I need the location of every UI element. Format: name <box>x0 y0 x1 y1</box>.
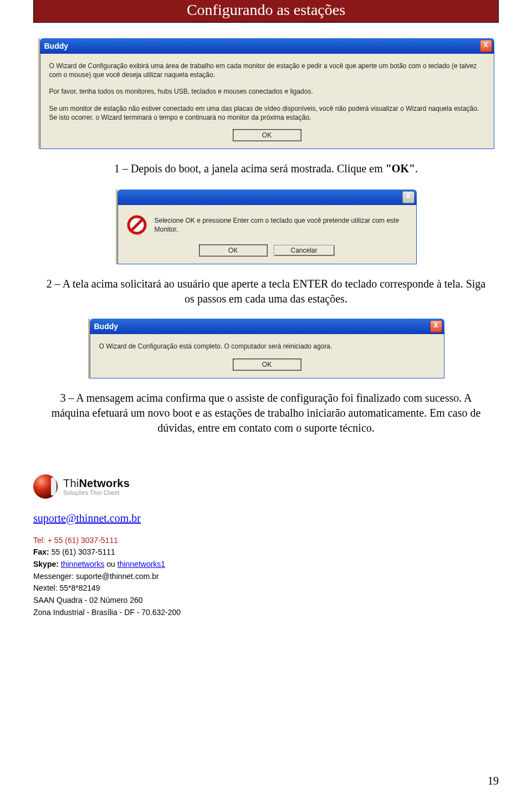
skype-label: Skype: <box>33 560 59 569</box>
dialog1-text-1: O Wizard de Configuração exibirá uma áre… <box>49 62 485 79</box>
support-email-link[interactable]: suporte@thinnet.com.br <box>33 512 141 525</box>
close-icon[interactable]: X <box>402 191 415 203</box>
step1-suffix: . <box>415 162 418 175</box>
logo-thin: Thi <box>63 477 79 489</box>
step3-text: 3 – A mensagem acima confirma que o assi… <box>44 391 488 436</box>
messenger-line: Messenger: suporte@thinnet.com.br <box>33 571 499 583</box>
tel-label: Tel: <box>33 536 48 545</box>
skype-line: Skype: thinnetworks ou thinnetworks1 <box>33 559 499 571</box>
sphere-icon <box>33 474 58 499</box>
dialog2-text: Selecione OK e pressione Enter com o tec… <box>155 216 407 234</box>
page-title: Configurando as estações <box>187 1 345 18</box>
dialog3-titlebar: Buddy X <box>90 319 444 334</box>
dialog1-text-2: Por favor, tenha todos os monitores, hub… <box>49 87 485 96</box>
page-number: 19 <box>488 775 499 787</box>
fax-label: Fax: <box>33 547 49 556</box>
dialog1-titlebar: Buddy X <box>40 38 494 54</box>
logo-text: ThiNetworks Soluções Thin Client <box>63 477 130 496</box>
nextel-value: 55*8*82149 <box>59 583 100 592</box>
dialog3-body: O Wizard de Configuração está completo. … <box>90 334 444 378</box>
step1-bold: "OK" <box>386 162 415 175</box>
tel-line: Tel: + 55 (61) 3037-5111 <box>33 535 499 547</box>
dialog3-text: O Wizard de Configuração está completo. … <box>99 342 435 351</box>
tel-value: + 55 (61) 3037-5111 <box>48 536 118 545</box>
nextel-line: Nextel: 55*8*82149 <box>33 582 499 595</box>
skype-link-1[interactable]: thinnetworks <box>61 560 105 569</box>
skype-link-2[interactable]: thinnetworks1 <box>117 560 165 569</box>
dialog-select-monitor: X Selecione OK e pressione Enter com o t… <box>116 190 417 264</box>
fax-value: 55 (61) 3037-5111 <box>49 547 115 556</box>
logo-name: ThiNetworks <box>63 477 130 490</box>
close-icon[interactable]: X <box>430 320 442 332</box>
dialog-buddy-3: Buddy X O Wizard de Configuração está co… <box>88 319 444 378</box>
address-line-1: SAAN Quadra - 02 Número 260 <box>33 595 499 607</box>
dialog1-title: Buddy <box>44 42 69 50</box>
dialog2-body: Selecione OK e pressione Enter com o tec… <box>117 205 417 264</box>
prohibit-icon <box>127 215 147 235</box>
cancel-button[interactable]: Cancelar <box>274 245 335 256</box>
dialog1-body: O Wizard de Configuração exibirá uma áre… <box>40 54 494 149</box>
dialog1-text-3: Se um monitor de estação não estiver con… <box>49 104 485 122</box>
close-icon[interactable]: X <box>480 40 492 52</box>
dialog3-title: Buddy <box>94 322 119 331</box>
fax-line: Fax: 55 (61) 3037-5111 <box>33 546 499 559</box>
dialog-buddy-1: Buddy X O Wizard de Configuração exibirá… <box>38 38 494 149</box>
msn-label: Messenger: <box>33 572 76 581</box>
company-logo: ThiNetworks Soluções Thin Client <box>33 474 499 499</box>
nextel-label: Nextel: <box>33 583 59 592</box>
ok-button[interactable]: OK <box>233 359 301 370</box>
msn-value: suporte@thinnet.com.br <box>76 572 159 581</box>
ok-button[interactable]: OK <box>233 130 301 141</box>
contact-info: Tel: + 55 (61) 3037-5111 Fax: 55 (61) 30… <box>33 535 499 619</box>
step2-text: 2 – A tela acima solicitará ao usuário q… <box>44 276 488 306</box>
ok-button[interactable]: OK <box>200 245 267 256</box>
logo-networks: Networks <box>79 477 130 489</box>
page-title-banner: Configurando as estações <box>33 0 499 23</box>
step1-text: 1 – Depois do boot, a janela acima será … <box>44 161 488 176</box>
skype-sep: ou <box>104 560 117 569</box>
dialog2-titlebar: X <box>117 190 417 205</box>
address-line-2: Zona Industrial - Brasília - DF - 70.632… <box>33 607 499 619</box>
step1-prefix: 1 – Depois do boot, a janela acima será … <box>114 162 386 175</box>
logo-tagline: Soluções Thin Client <box>63 490 130 496</box>
